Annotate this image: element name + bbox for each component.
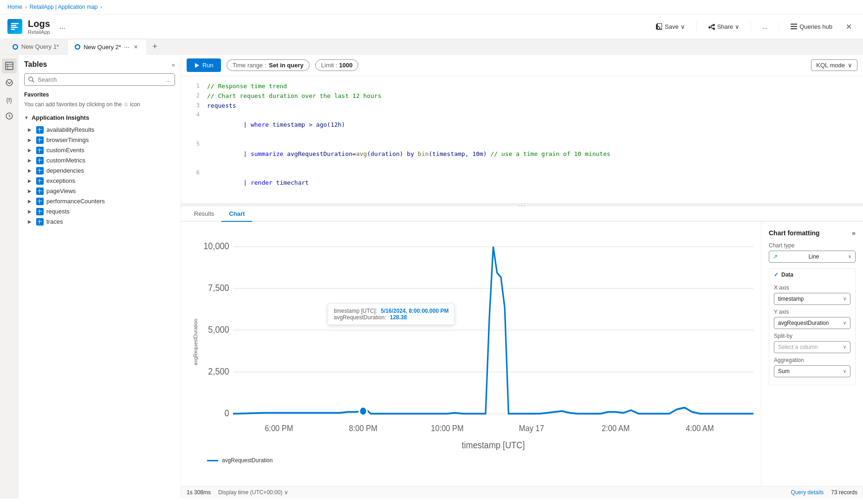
tab-2-dots[interactable]: ···	[124, 43, 130, 51]
tab-add-button[interactable]: +	[149, 40, 162, 53]
split-by-dropdown[interactable]: Select a column ∨	[774, 341, 850, 353]
tree-item-requests[interactable]: ▶ requests	[24, 207, 175, 217]
tree-item-dependencies[interactable]: ▶ dependencies	[24, 166, 175, 176]
tree-item-pageViews[interactable]: ▶ pageViews	[24, 186, 175, 196]
search-icon	[28, 77, 35, 83]
svg-text:May 17: May 17	[519, 423, 544, 433]
sidebar-search-input[interactable]	[38, 76, 163, 83]
svg-text:2:00 AM: 2:00 AM	[602, 423, 629, 433]
sidebar-icon-filter[interactable]	[2, 75, 17, 90]
tab-new-query-2[interactable]: New Query 2* ··· ✕	[67, 39, 147, 55]
breadcrumb-sep-1: ›	[25, 4, 27, 10]
aggregation-chevron: ∨	[843, 368, 846, 374]
tab-icon-1	[12, 44, 19, 50]
favorites-title: Favorites	[24, 91, 175, 98]
chart-formatting-expand[interactable]: »	[852, 229, 856, 237]
legend-line-icon	[207, 460, 218, 461]
results-tab-chart[interactable]: Chart	[221, 207, 252, 222]
breadcrumb: Home › RetailApp | Application map ›	[0, 0, 863, 14]
save-button[interactable]: Save ∨	[652, 21, 689, 32]
table-icon-2	[36, 136, 44, 144]
sidebar-icon-function[interactable]: {f}	[2, 92, 17, 107]
time-range-selector[interactable]: Time range : Set in query	[227, 59, 310, 71]
sidebar-icon-tables[interactable]	[2, 58, 17, 73]
code-line-6: 6 | render timechart	[181, 168, 863, 197]
tab-2-close[interactable]: ✕	[132, 43, 140, 51]
tree-item-exceptions[interactable]: ▶ exceptions	[24, 176, 175, 186]
query-details-link[interactable]: Query details	[791, 489, 824, 496]
app-subtitle: RetailApp	[28, 29, 50, 35]
svg-text:10,000: 10,000	[203, 240, 229, 251]
y-axis-label-container: avgRequestDuration	[188, 229, 202, 455]
data-section-chevron: ✓	[774, 271, 779, 278]
table-icon-9	[36, 208, 44, 215]
split-by-chevron: ∨	[843, 344, 846, 349]
svg-point-56	[359, 407, 367, 415]
svg-rect-3	[11, 29, 15, 30]
table-icon-5	[36, 167, 44, 174]
y-axis-label: avgRequestDuration	[193, 319, 198, 365]
tree-item-availabilityResults[interactable]: ▶ availabilityResults	[24, 125, 175, 135]
svg-point-15	[29, 77, 33, 81]
tab-new-query-1[interactable]: New Query 1*	[6, 39, 65, 54]
data-section-header[interactable]: ✓ Data	[769, 269, 855, 281]
search-box-dots[interactable]: ...	[166, 76, 171, 83]
svg-text:7,500: 7,500	[208, 282, 229, 293]
chart-main: avgRequestDuration	[181, 222, 761, 486]
query-area: Run Time range : Set in query Limit : 10…	[181, 55, 863, 498]
table-icon-4	[36, 157, 44, 164]
chart-type-chevron: ∨	[848, 254, 851, 259]
header-options-dots[interactable]: ...	[59, 22, 65, 31]
x-axis-dropdown[interactable]: timestamp ∨	[774, 293, 850, 305]
share-icon	[708, 23, 715, 30]
tables-icon	[5, 62, 13, 70]
tree-item-customMetrics[interactable]: ▶ customMetrics	[24, 155, 175, 166]
svg-text:4:00 AM: 4:00 AM	[686, 423, 714, 433]
table-icon	[36, 126, 44, 134]
svg-text:{f}: {f}	[6, 97, 12, 103]
tab-label-2: New Query 2*	[84, 44, 121, 51]
header-sep-3	[779, 22, 779, 31]
breadcrumb-home[interactable]: Home	[7, 4, 22, 10]
tooltip-row-2: avgRequestDuration: 128.38	[334, 314, 448, 321]
kql-mode-selector[interactable]: KQL mode ∨	[811, 59, 857, 71]
y-axis-label-cf: Y axis	[774, 309, 850, 315]
aggregation-label: Aggregation	[774, 357, 850, 363]
logs-icon	[10, 22, 19, 31]
tree-item-performanceCounters[interactable]: ▶ performanceCounters	[24, 196, 175, 207]
limit-selector[interactable]: Limit : 1000	[315, 59, 359, 71]
chart-tooltip: timestamp [UTC]: 5/16/2024, 8:00:00.000 …	[328, 304, 454, 325]
queries-hub-button[interactable]: Queries hub	[786, 21, 836, 32]
ai-section-header[interactable]: ▼ Application Insights	[24, 114, 175, 121]
y-axis-dropdown[interactable]: avgRequestDuration ∨	[774, 317, 850, 329]
sidebar-icon-history[interactable]	[2, 109, 17, 123]
queries-hub-icon	[790, 23, 798, 30]
code-line-1: 1 // Response time trend	[181, 82, 863, 91]
svg-text:6:00 PM: 6:00 PM	[265, 423, 293, 433]
svg-point-7	[76, 45, 79, 49]
tree-item-customEvents[interactable]: ▶ customEvents	[24, 145, 175, 155]
code-editor[interactable]: 1 // Response time trend 2 // Chart requ…	[181, 76, 863, 203]
app-icon	[7, 19, 22, 34]
code-line-2: 2 // Chart request duration over the las…	[181, 91, 863, 101]
share-button[interactable]: Share ∨	[704, 21, 744, 32]
svg-rect-8	[6, 62, 13, 70]
aggregation-dropdown[interactable]: Sum ∨	[774, 365, 850, 377]
run-button[interactable]: Run	[187, 58, 221, 72]
tree-item-traces[interactable]: ▶ traces	[24, 217, 175, 227]
close-button[interactable]: ✕	[842, 19, 856, 33]
header-actions: Save ∨ Share ∨ ... Queries hub	[652, 21, 836, 32]
tree-item-browserTimings[interactable]: ▶ browserTimings	[24, 135, 175, 145]
y-axis-chevron: ∨	[843, 320, 846, 325]
header-more-dots[interactable]: ...	[759, 21, 771, 32]
sidebar-title: Tables	[24, 60, 47, 69]
breadcrumb-retailapp[interactable]: RetailApp | Application map	[30, 4, 98, 10]
sidebar-search-box[interactable]: ...	[24, 73, 175, 86]
svg-rect-17	[38, 128, 42, 132]
sidebar-collapse-button[interactable]: «	[172, 61, 175, 68]
results-tab-results[interactable]: Results	[187, 207, 221, 222]
svg-rect-0	[11, 23, 19, 25]
display-time-selector[interactable]: Display time (UTC+00:00) ∨	[218, 489, 288, 496]
chart-plot: 10,000 7,500 5,000 2,500 0 6:00 PM 8:00 …	[202, 229, 753, 455]
chart-type-dropdown[interactable]: ↗ Line ∨	[769, 251, 856, 263]
